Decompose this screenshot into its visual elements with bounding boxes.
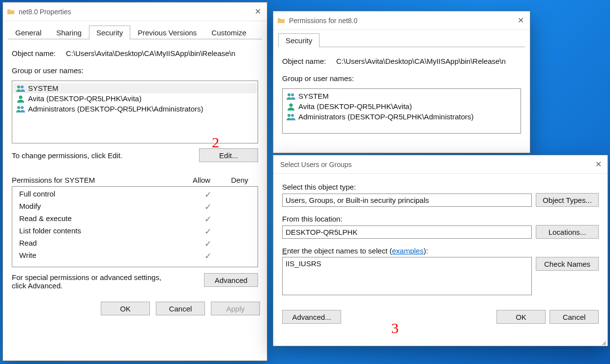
check-icon: ✓ xyxy=(192,226,224,237)
resize-grip-icon[interactable]: ◢ xyxy=(602,341,606,344)
permission-row: Full control✓ xyxy=(12,189,258,201)
cancel-button[interactable]: Cancel xyxy=(156,302,205,315)
object-name-value: C:\Users\Avita\Desktop\CA\MyIISApp\bin\R… xyxy=(336,57,506,65)
select-users-dialog: Select Users or Groups ✕ Select this obj… xyxy=(273,155,608,346)
svg-point-4 xyxy=(21,106,24,109)
object-type-field[interactable] xyxy=(282,194,532,207)
list-item[interactable]: SYSTEM xyxy=(13,83,257,93)
titlebar[interactable]: net8.0 Properties ✕ xyxy=(3,2,267,21)
close-icon[interactable]: ✕ xyxy=(253,5,263,18)
svg-point-5 xyxy=(288,93,290,96)
window-title: Select Users or Groups xyxy=(277,161,593,168)
allow-header: Allow xyxy=(182,176,221,184)
folder-icon xyxy=(277,17,285,25)
object-name-value: C:\Users\Avita\Desktop\CA\MyIISApp\bin\R… xyxy=(66,49,235,57)
user-icon xyxy=(16,95,25,103)
permission-row: Write✓ xyxy=(12,250,258,262)
group-icon xyxy=(16,105,25,113)
group-icon xyxy=(287,113,295,121)
svg-point-9 xyxy=(291,114,294,117)
permission-row: Read✓ xyxy=(12,238,258,250)
group-users-label: Group or user names: xyxy=(282,74,354,83)
ok-button[interactable]: OK xyxy=(496,310,546,324)
object-name-label: Object name: xyxy=(12,49,62,57)
location-label: From this location: xyxy=(282,215,343,223)
titlebar[interactable]: Select Users or Groups ✕ xyxy=(273,155,608,174)
locations-button[interactable]: Locations... xyxy=(536,225,599,239)
check-icon: ✓ xyxy=(192,214,224,224)
cancel-button[interactable]: Cancel xyxy=(550,310,599,324)
check-icon: ✓ xyxy=(192,190,224,200)
close-icon[interactable]: ✕ xyxy=(516,14,526,27)
object-name-label: Object name: xyxy=(282,57,332,65)
svg-point-8 xyxy=(288,114,290,117)
user-name: Administrators (DESKTOP-QR5LPHK\Administ… xyxy=(28,105,203,113)
group-users-label: Group or user names: xyxy=(12,66,84,75)
permissions-dialog: Permissions for net8.0 ✕ Security Object… xyxy=(273,11,530,153)
user-name: SYSTEM xyxy=(298,92,329,100)
check-icon: ✓ xyxy=(192,202,224,212)
list-item[interactable]: Avita (DESKTOP-QR5LPHK\Avita) xyxy=(284,101,520,112)
user-icon xyxy=(287,103,295,111)
svg-point-0 xyxy=(17,85,20,88)
close-icon[interactable]: ✕ xyxy=(593,158,604,171)
tab-security[interactable]: Security xyxy=(89,26,130,39)
users-listbox[interactable]: SYSTEM Avita (DESKTOP-QR5LPHK\Avita) Adm… xyxy=(282,88,521,134)
permissions-listbox[interactable]: Full control✓ Modify✓ Read & execute✓ Li… xyxy=(12,186,258,267)
ok-button[interactable]: OK xyxy=(101,302,150,315)
list-item[interactable]: Administrators (DESKTOP-QR5LPHK\Administ… xyxy=(284,112,520,122)
list-item[interactable]: Avita (DESKTOP-QR5LPHK\Avita) xyxy=(13,93,257,104)
svg-point-3 xyxy=(17,106,20,109)
permission-row: Read & execute✓ xyxy=(12,213,258,225)
advanced-button[interactable]: Advanced xyxy=(204,273,258,287)
permissions-for-label: Permissions for SYSTEM xyxy=(12,176,182,184)
check-icon: ✓ xyxy=(192,239,224,249)
tab-security[interactable]: Security xyxy=(278,33,320,47)
user-name: Avita (DESKTOP-QR5LPHK\Avita) xyxy=(28,94,142,103)
window-title: Permissions for net8.0 xyxy=(289,17,516,25)
check-names-button[interactable]: Check Names xyxy=(536,257,599,271)
list-item[interactable]: Administrators (DESKTOP-QR5LPHK\Administ… xyxy=(13,104,257,114)
edit-button[interactable]: Edit... xyxy=(199,148,258,162)
deny-header: Deny xyxy=(221,176,258,184)
users-listbox[interactable]: SYSTEM Avita (DESKTOP-QR5LPHK\Avita) Adm… xyxy=(12,81,258,143)
user-name: Avita (DESKTOP-QR5LPHK\Avita) xyxy=(298,102,412,111)
permission-row: Modify✓ xyxy=(12,201,258,213)
svg-point-1 xyxy=(21,85,24,88)
tab-strip: General Sharing Security Previous Versio… xyxy=(3,21,267,39)
user-name: Administrators (DESKTOP-QR5LPHK\Administ… xyxy=(298,112,473,121)
properties-dialog: net8.0 Properties ✕ General Sharing Secu… xyxy=(2,2,267,361)
tab-previous-versions[interactable]: Previous Versions xyxy=(130,26,204,39)
advanced-button[interactable]: Advanced... xyxy=(282,310,341,324)
window-title: net8.0 Properties xyxy=(19,8,253,16)
tab-customize[interactable]: Customize xyxy=(204,26,254,39)
svg-point-7 xyxy=(290,103,293,107)
edit-hint: To change permissions, click Edit. xyxy=(12,151,122,160)
tab-general[interactable]: General xyxy=(8,26,49,39)
tab-sharing[interactable]: Sharing xyxy=(49,26,89,39)
object-names-input[interactable] xyxy=(282,257,532,295)
object-type-label: Select this object type: xyxy=(282,183,356,191)
check-icon: ✓ xyxy=(192,251,224,261)
advanced-hint: For special permissions or advanced sett… xyxy=(12,273,169,290)
object-names-label: Enter the object names to select (exampl… xyxy=(282,247,428,255)
svg-point-2 xyxy=(19,95,23,99)
permission-row: List folder contents✓ xyxy=(12,225,258,238)
location-field[interactable] xyxy=(282,225,532,239)
object-types-button[interactable]: Object Types... xyxy=(536,193,599,207)
folder-icon xyxy=(7,8,15,16)
titlebar[interactable]: Permissions for net8.0 ✕ xyxy=(273,11,530,30)
group-icon xyxy=(16,84,25,92)
apply-button[interactable]: Apply xyxy=(211,302,260,315)
svg-point-6 xyxy=(291,93,294,96)
examples-link[interactable]: examples xyxy=(392,247,423,255)
list-item[interactable]: SYSTEM xyxy=(284,91,520,101)
user-name: SYSTEM xyxy=(28,84,58,92)
group-icon xyxy=(287,92,295,100)
